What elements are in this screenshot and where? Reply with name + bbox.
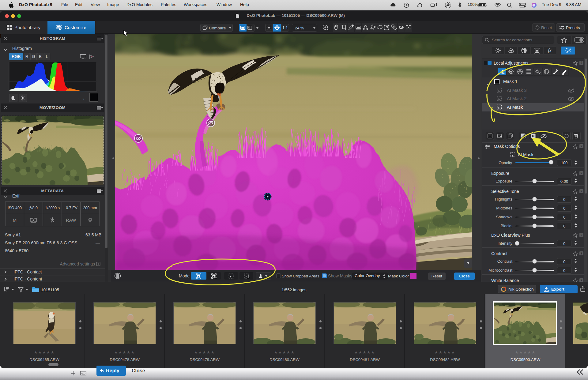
- svg-text:?: ?: [467, 261, 469, 266]
- svg-text:fx: fx: [548, 48, 552, 53]
